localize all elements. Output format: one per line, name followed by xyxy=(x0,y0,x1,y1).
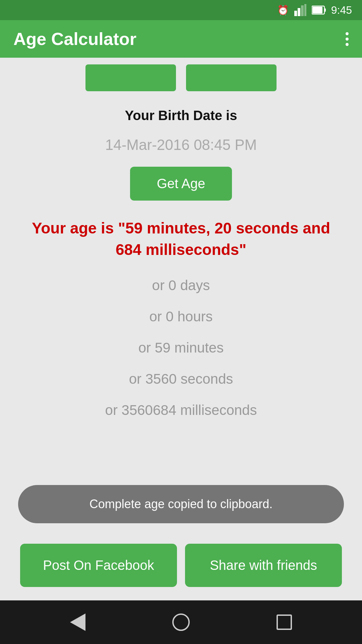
signal-icon xyxy=(294,4,306,16)
back-icon xyxy=(70,613,85,631)
recents-icon xyxy=(277,614,292,630)
svg-marker-1 xyxy=(298,8,300,16)
svg-marker-3 xyxy=(304,4,306,16)
more-options-button[interactable] xyxy=(346,32,349,46)
or-milliseconds: or 3560684 milliseconds xyxy=(105,402,257,418)
or-hours: or 0 hours xyxy=(149,309,213,325)
get-age-button[interactable]: Get Age xyxy=(130,167,232,201)
birth-date-label: Your Birth Date is xyxy=(125,108,237,123)
dot-2 xyxy=(346,38,349,41)
birth-date-value: 14-Mar-2016 08:45 PM xyxy=(105,137,257,153)
or-seconds: or 3560 seconds xyxy=(129,371,233,387)
age-result: Your age is "59 minutes, 20 seconds and … xyxy=(17,217,345,261)
main-content: Your Birth Date is 14-Mar-2016 08:45 PM … xyxy=(0,95,362,600)
svg-rect-6 xyxy=(312,7,322,13)
status-time: 9:45 xyxy=(331,4,352,16)
battery-icon xyxy=(312,5,326,15)
share-friends-button[interactable]: Share with friends xyxy=(185,544,342,587)
action-buttons: Post On Facebook Share with friends xyxy=(0,544,362,587)
dot-1 xyxy=(346,32,349,35)
app-bar: Age Calculator xyxy=(0,20,362,58)
svg-marker-2 xyxy=(301,5,304,16)
dot-3 xyxy=(346,43,349,46)
alarm-icon: ⏰ xyxy=(277,5,289,16)
svg-marker-0 xyxy=(294,11,297,16)
home-icon xyxy=(172,613,190,631)
or-minutes: or 59 minutes xyxy=(138,340,224,356)
status-bar: ⏰ 9:45 xyxy=(0,0,362,20)
app-title: Age Calculator xyxy=(13,29,136,49)
clipboard-toast: Complete age copied to clipboard. xyxy=(18,485,344,523)
back-button[interactable] xyxy=(70,613,85,631)
bottom-nav xyxy=(0,600,362,644)
recents-button[interactable] xyxy=(277,614,292,630)
home-button[interactable] xyxy=(172,613,190,631)
top-btn-2[interactable] xyxy=(186,64,277,91)
top-buttons-partial xyxy=(0,58,362,95)
svg-rect-5 xyxy=(324,8,326,12)
top-btn-1[interactable] xyxy=(85,64,176,91)
or-days: or 0 days xyxy=(152,277,210,293)
status-icons: ⏰ 9:45 xyxy=(277,4,352,16)
post-facebook-button[interactable]: Post On Facebook xyxy=(20,544,177,587)
